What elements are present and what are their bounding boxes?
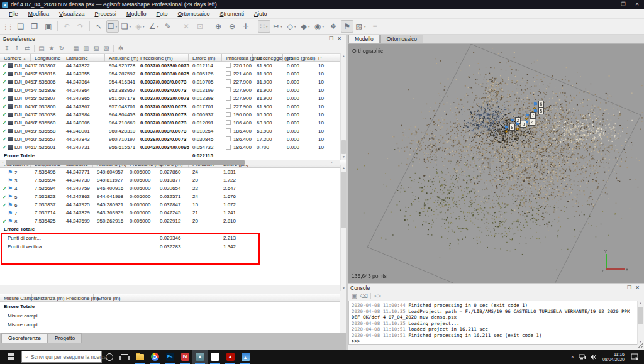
column-header-4[interactable]: Precisione (m): [136, 54, 189, 62]
cameras-horizontal-scrollbar[interactable]: ‹ ›: [0, 160, 340, 165]
table-row[interactable]: ✓DJI_04557.53580744.247865951.6071780.00…: [0, 94, 346, 102]
dropdown-arrow-icon[interactable]: ▼: [156, 25, 159, 28]
view-source-icon[interactable]: ▨: [101, 43, 111, 53]
move-object-icon[interactable]: ❏▼: [120, 20, 133, 33]
view-estimated-icon[interactable]: ▦: [71, 43, 81, 53]
metashape-icon[interactable]: ▲: [192, 350, 208, 364]
column-header-1[interactable]: Longitudine: [31, 54, 62, 62]
table-row[interactable]: ✓DJI_04547.53580844.247864953.3889570.00…: [0, 86, 346, 94]
table-row[interactable]: ✓⚑47.53569444.247759946.4009160.0050000.…: [0, 184, 346, 192]
dropdown-arrow-icon[interactable]: ▼: [321, 25, 325, 28]
tab-ortomosaico[interactable]: Ortomosaico: [380, 35, 423, 43]
shaded-model-icon[interactable]: ◆▼: [299, 20, 312, 33]
action-center-icon[interactable]: [628, 351, 644, 363]
maximize-button[interactable]: ❐: [616, 0, 630, 9]
menu-item-modello[interactable]: Modello: [121, 9, 152, 19]
writer-icon[interactable]: [208, 350, 223, 364]
show-cameras-icon[interactable]: ◉▼: [313, 20, 326, 33]
float-panel-icon[interactable]: ❐: [327, 36, 335, 41]
import-reference-icon[interactable]: ↧: [2, 43, 12, 53]
scripts-icon[interactable]: <>: [373, 292, 382, 301]
menu-item-processi[interactable]: Processi: [89, 9, 121, 19]
table-row[interactable]: ✓DJI_04587.53556044.248006964.7186690.00…: [0, 119, 346, 127]
draw-polyline-icon[interactable]: ✎: [162, 20, 174, 33]
save-project-icon[interactable]: ▣: [42, 20, 55, 33]
task-view-icon[interactable]: [117, 350, 132, 364]
checkbox[interactable]: [226, 71, 231, 76]
tray-expand-icon[interactable]: ∧: [569, 355, 577, 360]
table-row[interactable]: ✓DJI_04577.53563844.247984964.8044530.00…: [0, 111, 346, 119]
acrobat-icon[interactable]: ▲: [223, 350, 238, 364]
column-header-2[interactable]: Latitudine: [62, 54, 105, 62]
photos-icon[interactable]: ▲: [238, 350, 253, 364]
tab-progetto[interactable]: Progetto: [48, 333, 82, 343]
ruler-icon[interactable]: ∠▼: [148, 20, 160, 33]
column-header-1[interactable]: Distanza (m): [32, 294, 62, 302]
table-row[interactable]: ✓⚑57.53582344.247863944.0419680.0050000.…: [0, 192, 346, 201]
column-header-0[interactable]: Camere▴: [0, 54, 31, 62]
table-row[interactable]: ⚑37.53559444.247730949.8119270.0050000.0…: [0, 176, 346, 184]
close-button[interactable]: ✕: [630, 0, 644, 9]
console-scrollbar[interactable]: ▲ ▼: [637, 301, 643, 345]
checkbox[interactable]: [226, 79, 231, 84]
new-document-icon[interactable]: ❑: [14, 20, 27, 33]
table-row[interactable]: ⚑27.53549644.247771949.6049570.0050000.0…: [0, 168, 346, 176]
open-project-icon[interactable]: ❒: [28, 20, 41, 33]
export-reference-icon[interactable]: ↥: [12, 43, 22, 53]
menu-item-ortomosaico[interactable]: Ortomosaico: [172, 9, 214, 19]
column-header-8[interactable]: Rollio (gradi): [283, 54, 314, 62]
checkbox[interactable]: [226, 112, 231, 117]
table-row[interactable]: ✓DJI_04527.53581644.247855954.2875970.00…: [0, 70, 346, 78]
column-header-7[interactable]: Beccheggio (gra: [253, 54, 283, 62]
start-button[interactable]: [0, 350, 21, 364]
close-console-icon[interactable]: ✕: [633, 285, 641, 290]
float-console-icon[interactable]: ❐: [625, 285, 633, 290]
checkbox[interactable]: [226, 120, 231, 125]
menu-item-foto[interactable]: Foto: [151, 9, 172, 19]
table-row[interactable]: ✓DJI_04537.53580644.247864954.4163410.00…: [0, 78, 346, 86]
show-shapes-icon[interactable]: ❖: [327, 20, 340, 33]
menu-item-file[interactable]: File: [4, 9, 23, 19]
optimize-cameras-icon[interactable]: ✻: [116, 43, 126, 53]
checkbox[interactable]: [226, 63, 231, 68]
column-header-3[interactable]: Altitudine (m): [105, 54, 136, 62]
table-row[interactable]: ✓⚑87.53542544.247699950.2629160.0050000.…: [0, 217, 346, 225]
show-images-icon[interactable]: ▨▼: [355, 20, 367, 33]
dropdown-arrow-icon[interactable]: ▼: [128, 25, 131, 28]
notepad-n-icon[interactable]: N: [177, 350, 192, 364]
dropdown-arrow-icon[interactable]: ▼: [142, 25, 145, 28]
chrome-icon[interactable]: [147, 350, 162, 364]
minimize-button[interactable]: ─: [602, 0, 616, 9]
file-explorer-icon[interactable]: [132, 350, 147, 364]
dropdown-arrow-icon[interactable]: ▼: [280, 25, 283, 28]
checkbox[interactable]: [226, 145, 231, 150]
taskbar-search-input[interactable]: ⌕ Scrivi qui per eseguire la ricerca: [21, 351, 102, 363]
checkbox[interactable]: [226, 136, 231, 141]
column-header-0[interactable]: Misure Campior: [0, 294, 32, 302]
dense-cloud-icon[interactable]: ∷▼: [258, 20, 270, 33]
wireframe-model-icon[interactable]: ◇▼: [286, 20, 298, 33]
menu-item-visualizza[interactable]: Visualizza: [54, 9, 89, 19]
view-errors-icon[interactable]: ▥: [81, 43, 91, 53]
dropdown-arrow-icon[interactable]: ▼: [364, 25, 367, 28]
reset-view-icon[interactable]: ✛: [240, 20, 252, 33]
dropdown-arrow-icon[interactable]: ▼: [265, 25, 269, 28]
toolbar-grip[interactable]: ⋮⋮: [3, 23, 13, 30]
close-panel-icon[interactable]: ✕: [335, 36, 343, 41]
table-row[interactable]: ✓DJI_04617.53560144.247731956.6155710.00…: [0, 143, 346, 152]
cortana-icon[interactable]: [102, 350, 117, 364]
photoshop-icon[interactable]: Ps: [162, 350, 177, 364]
table-row[interactable]: ✓DJI_04597.53555844.248001960.4283100.00…: [0, 127, 346, 135]
menu-item-modifica[interactable]: Modifica: [23, 9, 55, 19]
show-markers-icon[interactable]: ⚑: [341, 20, 353, 33]
zoom-out-icon[interactable]: ⊖: [226, 20, 238, 33]
checkbox[interactable]: [226, 104, 231, 109]
table-row[interactable]: ✓DJI_04567.53580644.247867957.6487010.00…: [0, 102, 346, 111]
table-row[interactable]: ✓⚑67.53583744.247925945.2809210.0050000.…: [0, 201, 346, 209]
column-header-5[interactable]: Errore (m): [189, 54, 222, 62]
console-log[interactable]: 2020-04-08 11:00:44 Finished processing …: [348, 301, 643, 345]
zoom-in-icon[interactable]: ⊕: [212, 20, 225, 33]
rectangle-selection-icon[interactable]: ☐▼: [106, 20, 119, 33]
model-3d-view[interactable]: Orthographic 135,643 points Y X Z ⚑6⚑5⚑7…: [348, 44, 644, 283]
column-header-3[interactable]: Errore (m): [94, 294, 340, 302]
